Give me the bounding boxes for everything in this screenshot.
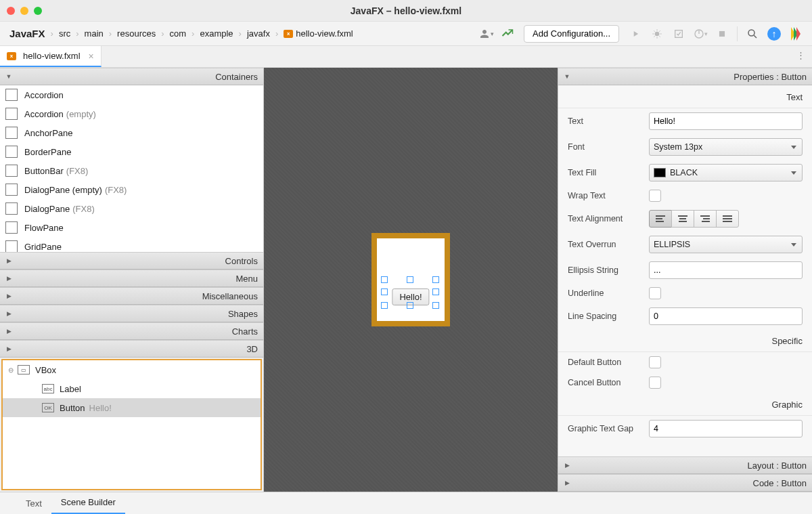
tab-label: hello-view.fxml bbox=[23, 51, 81, 61]
underline-checkbox[interactable] bbox=[649, 287, 661, 299]
library-section-shapes[interactable]: ▶Shapes bbox=[0, 305, 263, 322]
section-title: Menu bbox=[16, 274, 258, 284]
library-section-containers[interactable]: ▼ Containers bbox=[0, 68, 263, 85]
search-icon[interactable] bbox=[744, 26, 761, 42]
breadcrumb-label: src bbox=[59, 28, 70, 39]
window-close-button[interactable] bbox=[7, 7, 15, 15]
align-left-button[interactable] bbox=[649, 210, 672, 228]
library-item[interactable]: DialogPane (empty) (FX8) bbox=[0, 180, 263, 199]
build-icon[interactable] bbox=[499, 26, 516, 42]
breadcrumb-item[interactable]: com bbox=[166, 26, 191, 42]
library-item[interactable]: Accordion (empty) bbox=[0, 104, 263, 123]
combo-value: ELLIPSIS bbox=[654, 240, 690, 249]
editor-tab[interactable]: x hello-view.fxml × bbox=[0, 46, 102, 67]
selection-handle[interactable] bbox=[381, 276, 388, 283]
chevron-right-icon: ▶ bbox=[564, 479, 570, 486]
sync-icon[interactable]: ↑ bbox=[766, 26, 782, 42]
breadcrumb-item[interactable]: src bbox=[55, 26, 74, 42]
library-section-charts[interactable]: ▶Charts bbox=[0, 322, 263, 340]
breadcrumb-item[interactable]: javafx bbox=[243, 26, 274, 42]
font-combo[interactable]: System 13px bbox=[649, 138, 803, 156]
add-configuration-button[interactable]: Add Configuration... bbox=[524, 25, 619, 43]
library-item-label: Accordion bbox=[24, 109, 64, 119]
selection-handle[interactable] bbox=[432, 302, 439, 309]
library-item-label: DialogPane (empty) bbox=[24, 185, 102, 195]
library-item[interactable]: FlowPane bbox=[0, 218, 263, 237]
library-item[interactable]: BorderPane bbox=[0, 142, 263, 161]
selection-handle[interactable] bbox=[432, 276, 439, 283]
selection-handle[interactable] bbox=[407, 276, 413, 283]
breadcrumb-file[interactable]: xhello-view.fxml bbox=[279, 26, 357, 42]
collapse-icon[interactable]: ⊖ bbox=[8, 366, 14, 374]
ellipsis-input[interactable] bbox=[649, 261, 803, 279]
container-icon bbox=[5, 202, 18, 215]
text-overrun-combo[interactable]: ELLIPSIS bbox=[649, 236, 803, 253]
library-item[interactable]: GridPane bbox=[0, 237, 263, 252]
prop-label-linespacing: Line Spacing bbox=[568, 312, 649, 321]
inspector-section-layout[interactable]: ▶Layout : Button bbox=[558, 456, 812, 474]
selection-handle[interactable] bbox=[381, 288, 388, 295]
hierarchy-row-vbox[interactable]: ⊖ ▭ VBox bbox=[3, 360, 261, 379]
cancel-button-checkbox[interactable] bbox=[649, 377, 661, 389]
run-icon[interactable] bbox=[627, 26, 644, 42]
library-section-misc[interactable]: ▶Miscellaneous bbox=[0, 287, 263, 305]
bottom-tab-scenebuilder[interactable]: Scene Builder bbox=[51, 492, 125, 514]
coverage-icon[interactable] bbox=[671, 26, 687, 42]
linespacing-input[interactable] bbox=[649, 307, 803, 325]
library-item-label: ButtonBar bbox=[24, 166, 64, 176]
align-justify-button[interactable] bbox=[716, 210, 739, 228]
align-right-button[interactable] bbox=[694, 210, 717, 228]
wraptext-checkbox[interactable] bbox=[649, 190, 661, 202]
fxml-file-icon: x bbox=[7, 52, 16, 60]
tab-overflow-icon[interactable]: ⋮ bbox=[796, 50, 805, 60]
text-input[interactable] bbox=[649, 112, 803, 130]
debug-icon[interactable] bbox=[649, 26, 665, 42]
breadcrumb-label: main bbox=[85, 28, 104, 39]
chevron-right-icon: ▶ bbox=[5, 345, 12, 352]
hierarchy-panel: ⊖ ▭ VBox abc Label OK Button Hello! bbox=[1, 359, 262, 490]
align-center-button[interactable] bbox=[671, 210, 694, 228]
breadcrumb-item[interactable]: example bbox=[196, 26, 237, 42]
library-item[interactable]: Accordion bbox=[0, 85, 263, 104]
window-zoom-button[interactable] bbox=[34, 7, 42, 15]
selection-handle[interactable] bbox=[407, 302, 413, 309]
prop-label-ellipsis: Ellipsis String bbox=[568, 265, 649, 275]
breadcrumb-label: com bbox=[170, 28, 187, 39]
textfill-combo[interactable]: BLACK bbox=[649, 164, 803, 181]
default-button-checkbox[interactable] bbox=[649, 356, 661, 368]
container-icon bbox=[5, 89, 18, 101]
hierarchy-row-button[interactable]: OK Button Hello! bbox=[3, 398, 261, 417]
hierarchy-row-label[interactable]: abc Label bbox=[3, 379, 261, 398]
library-item[interactable]: DialogPane (FX8) bbox=[0, 199, 263, 218]
section-title: Controls bbox=[16, 256, 258, 266]
root-container[interactable]: Hello! bbox=[371, 233, 450, 326]
design-canvas[interactable]: Hello! bbox=[264, 68, 558, 492]
library-item-label: FlowPane bbox=[24, 223, 64, 233]
window-minimize-button[interactable] bbox=[20, 7, 28, 15]
inspector-section-properties[interactable]: ▼ Properties : Button bbox=[558, 68, 812, 85]
container-icon bbox=[5, 184, 18, 196]
toolbox-icon[interactable] bbox=[788, 26, 804, 42]
library-item[interactable]: AnchorPane bbox=[0, 123, 263, 142]
stop-icon[interactable] bbox=[714, 26, 730, 42]
breadcrumb-root[interactable]: JavaFX bbox=[5, 26, 49, 42]
profile-icon[interactable]: ▾ bbox=[692, 26, 708, 42]
library-item[interactable]: ButtonBar (FX8) bbox=[0, 161, 263, 180]
graphic-gap-input[interactable] bbox=[649, 420, 803, 437]
library-item-label: GridPane bbox=[24, 242, 62, 252]
library-section-controls[interactable]: ▶Controls bbox=[0, 252, 263, 270]
inspector-section-code[interactable]: ▶Code : Button bbox=[558, 474, 812, 492]
breadcrumb-item[interactable]: main bbox=[81, 26, 108, 42]
close-icon[interactable]: × bbox=[89, 51, 94, 62]
selection-handle[interactable] bbox=[432, 288, 439, 295]
library-item-label: Accordion bbox=[24, 90, 64, 100]
user-icon[interactable]: ▾ bbox=[478, 26, 494, 42]
library-section-3d[interactable]: ▶3D bbox=[0, 340, 263, 358]
breadcrumb-item[interactable]: resources bbox=[113, 26, 160, 42]
bottom-tab-text[interactable]: Text bbox=[16, 493, 51, 514]
section-title: 3D bbox=[16, 344, 258, 354]
chevron-right-icon: › bbox=[76, 28, 78, 39]
selection-handle[interactable] bbox=[381, 302, 388, 309]
library-section-menu[interactable]: ▶Menu bbox=[0, 270, 263, 287]
hierarchy-label: Button bbox=[60, 403, 85, 413]
